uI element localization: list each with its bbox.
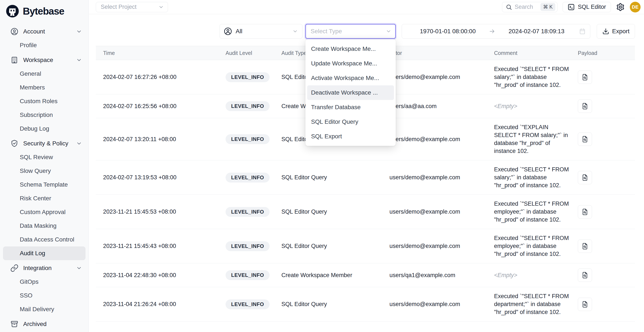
- cell-audit-level: LEVEL_INFO: [226, 299, 282, 309]
- cell-comment: Executed `"SELECT * FROM employee;"` in …: [494, 200, 578, 224]
- sidebar-item-members[interactable]: Members: [0, 81, 88, 94]
- brand-name: Bytebase: [23, 5, 64, 17]
- sidebar-item-mail-delivery[interactable]: Mail Delivery: [0, 302, 88, 316]
- audit-level-badge: LEVEL_INFO: [226, 299, 270, 309]
- payload-view-button[interactable]: [578, 100, 592, 113]
- cell-actor: users/demo@example.com: [390, 74, 494, 80]
- search-shortcut-kbd: ⌘ K: [540, 3, 555, 11]
- sidebar-item-slow-query[interactable]: Slow Query: [0, 164, 88, 178]
- search-input[interactable]: Search ⌘ K: [502, 2, 558, 12]
- date-range-picker[interactable]: 1970-01-01 08:00:00 2024-02-07 18:09:13: [402, 24, 590, 39]
- cell-time: 2024-02-07 13:19:53 +08:00: [96, 174, 226, 181]
- payload-view-button[interactable]: [578, 240, 592, 253]
- type-option-create-workspace-me[interactable]: Create Workspace Me...: [307, 42, 394, 56]
- type-option-sql-export[interactable]: SQL Export: [307, 129, 394, 144]
- cell-audit-type: SQL Editor Query: [282, 174, 390, 181]
- payload-view-button[interactable]: [578, 171, 592, 184]
- search-icon: [506, 4, 512, 10]
- sidebar-item-label: Slow Query: [20, 167, 51, 174]
- sidebar-item-custom-roles[interactable]: Custom Roles: [0, 94, 88, 108]
- type-option-transfer-database[interactable]: Transfer Database: [307, 100, 394, 115]
- audit-level-badge: LEVEL_INFO: [226, 134, 270, 144]
- cell-actor: users/qa1@example.com: [390, 272, 494, 279]
- type-filter-select[interactable]: Select Type: [306, 24, 396, 39]
- payload-view-button[interactable]: [578, 269, 592, 282]
- cell-payload: [578, 298, 635, 311]
- export-button[interactable]: Export: [597, 24, 635, 39]
- search-placeholder: Search: [515, 4, 538, 10]
- type-option-sql-editor-query[interactable]: SQL Editor Query: [307, 115, 394, 129]
- topbar-right: Search ⌘ K SQL Editor DE: [502, 2, 640, 12]
- sidebar: Bytebase AccountProfileWorkspaceGeneralM…: [0, 0, 89, 332]
- cell-payload: [578, 171, 635, 184]
- payload-view-button[interactable]: [578, 298, 592, 311]
- sidebar-item-label: Debug Log: [20, 125, 49, 132]
- payload-view-button[interactable]: [578, 205, 592, 218]
- sidebar-item-security-policy[interactable]: Security & Policy: [0, 137, 88, 150]
- sidebar-item-profile[interactable]: Profile: [0, 38, 88, 52]
- sidebar-item-label: Data Masking: [20, 222, 56, 229]
- sidebar-item-label: Custom Roles: [20, 98, 58, 105]
- column-header-comment: Comment: [494, 50, 578, 56]
- column-header-audit-level: Audit Level: [226, 50, 282, 56]
- sidebar-item-account[interactable]: Account: [0, 25, 88, 38]
- cell-actor: users/demo@example.com: [390, 301, 494, 308]
- user-circle-icon: [10, 27, 18, 36]
- sidebar-item-audit-log[interactable]: Audit Log: [3, 246, 86, 260]
- sidebar-item-label: Security & Policy: [23, 140, 68, 147]
- sidebar-item-subscription[interactable]: Subscription: [0, 108, 88, 122]
- chevron-down-icon: [76, 141, 82, 147]
- project-select[interactable]: Select Project: [96, 2, 168, 12]
- sidebar-item-debug-log[interactable]: Debug Log: [0, 122, 88, 136]
- sql-editor-button[interactable]: SQL Editor: [562, 2, 611, 12]
- app: Bytebase AccountProfileWorkspaceGeneralM…: [0, 0, 644, 332]
- sidebar-item-label: Integration: [23, 265, 52, 272]
- user-avatar[interactable]: DE: [630, 2, 640, 12]
- payload-view-button[interactable]: [578, 71, 592, 84]
- cell-comment: Executed `"SELECT * FROM employee;"` in …: [494, 234, 578, 258]
- sidebar-item-label: Mail Delivery: [20, 306, 54, 313]
- sidebar-item-label: Custom Approval: [20, 209, 66, 215]
- download-icon: [602, 28, 609, 35]
- type-option-deactivate-workspace[interactable]: Deactivate Workspace ...: [307, 85, 394, 100]
- audit-level-badge: LEVEL_INFO: [226, 101, 270, 111]
- chevron-down-icon: [76, 57, 82, 63]
- date-from-value: 1970-01-01 08:00:00: [407, 28, 489, 35]
- type-option-activate-workspace-me[interactable]: Activate Workspace Me...: [307, 71, 394, 85]
- sidebar-item-data-access-control[interactable]: Data Access Control: [0, 233, 88, 246]
- sidebar-item-sql-review[interactable]: SQL Review: [0, 150, 88, 164]
- cell-audit-level: LEVEL_INFO: [226, 241, 282, 251]
- brand-logo[interactable]: Bytebase: [0, 0, 88, 20]
- sidebar-item-risk-center[interactable]: Risk Center: [0, 191, 88, 205]
- cell-comment: Executed `"SELECT * FROM salary;"` in da…: [494, 166, 578, 189]
- audit-log-row: 2024-02-07 13:19:53 +08:00LEVEL_INFOSQL …: [96, 161, 635, 195]
- actor-filter-value: All: [236, 28, 242, 35]
- chevron-down-icon: [292, 28, 298, 34]
- type-filter-dropdown: Create Workspace Me...Update Workspace M…: [306, 39, 396, 146]
- terminal-icon: [568, 3, 575, 11]
- cell-payload: [578, 100, 635, 113]
- sidebar-item-workspace[interactable]: Workspace: [0, 53, 88, 67]
- sidebar-item-label: Audit Log: [20, 250, 45, 257]
- type-filter-placeholder: Select Type: [310, 28, 342, 35]
- sidebar-nav: AccountProfileWorkspaceGeneralMembersCus…: [0, 20, 88, 331]
- sidebar-item-label: General: [20, 70, 41, 77]
- sidebar-item-integration[interactable]: Integration: [0, 261, 88, 275]
- cell-time: 2023-11-21 15:45:43 +08:00: [96, 243, 226, 249]
- actor-filter-select[interactable]: All: [220, 24, 302, 39]
- cell-audit-level: LEVEL_INFO: [226, 270, 282, 280]
- sidebar-item-archived[interactable]: Archived: [0, 317, 88, 331]
- payload-view-button[interactable]: [578, 133, 592, 146]
- sidebar-item-label: Schema Template: [20, 181, 68, 188]
- sidebar-item-gitops[interactable]: GitOps: [0, 275, 88, 289]
- settings-gear-button[interactable]: [616, 3, 625, 11]
- sidebar-item-custom-approval[interactable]: Custom Approval: [0, 205, 88, 219]
- cell-comment: <Empty>: [494, 271, 578, 279]
- type-option-update-workspace-me[interactable]: Update Workspace Me...: [307, 56, 394, 71]
- sidebar-item-data-masking[interactable]: Data Masking: [0, 219, 88, 233]
- sidebar-item-sso[interactable]: SSO: [0, 289, 88, 302]
- sidebar-item-schema-template[interactable]: Schema Template: [0, 178, 88, 191]
- cell-audit-level: LEVEL_INFO: [226, 134, 282, 144]
- cell-actor: users/demo@example.com: [390, 136, 494, 143]
- sidebar-item-general[interactable]: General: [0, 67, 88, 81]
